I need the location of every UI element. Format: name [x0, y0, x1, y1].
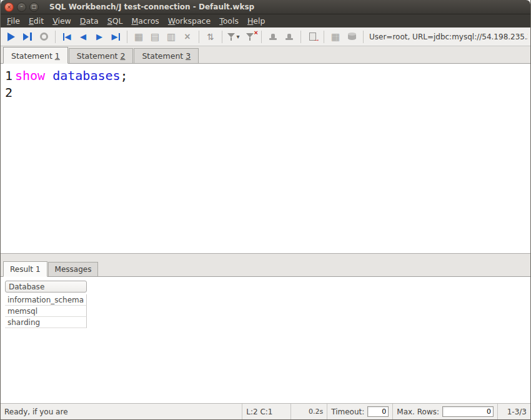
update-database-button[interactable]: ▦ [131, 29, 147, 44]
next-row-icon: ▶ [96, 32, 102, 41]
menu-view[interactable]: View [48, 15, 76, 27]
menu-data[interactable]: Data [76, 15, 103, 27]
maximize-icon: □ [32, 4, 37, 9]
sql-identifier: databases [52, 68, 120, 83]
database-explorer-icon [348, 33, 356, 40]
status-bar: Ready, if you are L:2 C:1 0.2s Timeout: … [1, 403, 530, 419]
close-button[interactable]: × [4, 2, 14, 12]
menu-help[interactable]: Help [243, 15, 270, 27]
tab-statement-3[interactable]: Statement 3 [134, 48, 199, 64]
toolbar-separator [199, 31, 199, 43]
toolbar-separator [261, 31, 262, 43]
line-number: 2 [5, 84, 14, 101]
toolbar: ◀ ◀ ▶ ▶ ▦ ▤ ▥ × ⇅ ▾ × → ▦ User=root, URL… [1, 28, 530, 46]
tab-statement-1[interactable]: Statement 1 [3, 47, 68, 64]
column-header-database[interactable]: Database [5, 281, 87, 292]
toolbar-separator [363, 31, 364, 43]
last-row-icon: ▶ [112, 32, 120, 41]
previous-row-button[interactable]: ◀ [75, 29, 91, 44]
cursor-position: L:2 C:1 [242, 404, 291, 419]
connection-info: User=root, URL=jdbc:mysql://54.198.235.3 [369, 32, 528, 41]
max-rows-input[interactable] [442, 406, 494, 417]
menu-file[interactable]: File [2, 15, 24, 27]
line-number: 1 [5, 68, 14, 84]
toolbar-separator [55, 31, 56, 43]
toolbar-separator [222, 31, 222, 43]
execute-current-icon [23, 32, 32, 41]
tab-statement-2[interactable]: Statement 2 [69, 48, 134, 64]
menu-edit[interactable]: Edit [24, 15, 48, 27]
execute-all-icon [7, 32, 15, 41]
next-row-button[interactable]: ▶ [91, 29, 107, 44]
sort-icon: ⇅ [207, 32, 214, 41]
insert-row-icon: ▤ [151, 32, 159, 41]
commit-icon [269, 38, 277, 40]
timeout-input[interactable] [367, 406, 389, 417]
data-pumper-button[interactable]: ▦ [327, 29, 344, 44]
filter-icon: ▾ [227, 33, 239, 41]
table-row[interactable]: sharding [5, 317, 87, 328]
minimize-button[interactable]: – [17, 2, 26, 12]
toolbar-separator [127, 31, 127, 43]
tab-result-1[interactable]: Result 1 [3, 261, 47, 277]
menu-workspace[interactable]: Workspace [164, 15, 215, 27]
copy-row-icon: ▥ [167, 32, 176, 41]
status-message: Ready, if you are [1, 404, 242, 419]
statement-tab-strip: Statement 1 Statement 2 Statement 3 [1, 46, 530, 64]
rollback-icon [285, 38, 293, 40]
first-row-button[interactable]: ◀ [59, 29, 75, 44]
close-icon: × [7, 4, 12, 10]
rollback-button[interactable] [281, 29, 297, 44]
data-pumper-icon: ▦ [331, 32, 340, 41]
results-panel: Database information_schema memsql shard… [1, 277, 530, 403]
execute-current-button[interactable] [19, 29, 36, 44]
execution-time: 0.2s [291, 404, 327, 419]
table-row[interactable]: information_schema [5, 294, 87, 306]
splitter-handle[interactable] [1, 253, 530, 261]
stop-button[interactable] [36, 29, 52, 44]
title-bar[interactable]: × – □ SQL Workbench/J test-connection - … [1, 0, 530, 14]
maximize-button[interactable]: □ [29, 2, 39, 12]
editor-line-1: 1showdatabases; [5, 68, 530, 84]
result-tab-strip: Result 1 Messages [1, 261, 530, 277]
timeout-label: Timeout: [331, 408, 364, 416]
copy-row-button[interactable]: ▥ [163, 29, 179, 44]
reset-filter-icon: × [246, 33, 254, 41]
stop-icon [40, 32, 48, 41]
last-row-button[interactable]: ▶ [107, 29, 124, 44]
results-grid: information_schema memsql sharding [5, 294, 530, 328]
sql-keyword: show [15, 68, 45, 83]
toolbar-separator [324, 31, 324, 43]
menu-sql[interactable]: SQL [103, 15, 127, 27]
first-row-icon: ◀ [63, 32, 71, 41]
commit-button[interactable] [265, 29, 281, 44]
delete-row-icon: × [184, 32, 190, 42]
disconnect-button[interactable]: → [304, 29, 320, 44]
tab-messages[interactable]: Messages [48, 262, 99, 277]
disconnect-icon: → [309, 32, 316, 41]
menu-macros[interactable]: Macros [127, 15, 163, 27]
reset-filter-button[interactable]: × [242, 29, 258, 44]
sql-terminator: ; [121, 68, 128, 83]
filter-dropdown-icon: ▾ [236, 33, 239, 40]
app-window: × – □ SQL Workbench/J test-connection - … [0, 0, 531, 420]
execute-all-button[interactable] [3, 29, 19, 44]
previous-row-icon: ◀ [80, 32, 86, 41]
max-rows-label: Max. Rows: [397, 408, 439, 416]
filter-button[interactable]: ▾ [226, 29, 242, 44]
table-row[interactable]: memsql [5, 306, 87, 317]
delete-row-button[interactable]: × [179, 29, 196, 44]
sql-editor[interactable]: 1showdatabases; 2 [1, 64, 530, 253]
editor-line-2: 2 [5, 84, 530, 101]
insert-row-button[interactable]: ▤ [147, 29, 163, 44]
toolbar-separator [300, 31, 301, 43]
menu-bar: File Edit View Data SQL Macros Workspace… [1, 14, 530, 28]
menu-tools[interactable]: Tools [215, 15, 243, 27]
minimize-icon: – [21, 4, 23, 9]
update-database-icon: ▦ [134, 32, 143, 41]
database-explorer-button[interactable] [344, 29, 360, 44]
sort-button[interactable]: ⇅ [202, 29, 219, 44]
row-range: 1-3/3 [498, 404, 530, 419]
window-title: SQL Workbench/J test-connection - Defaul… [49, 2, 254, 11]
